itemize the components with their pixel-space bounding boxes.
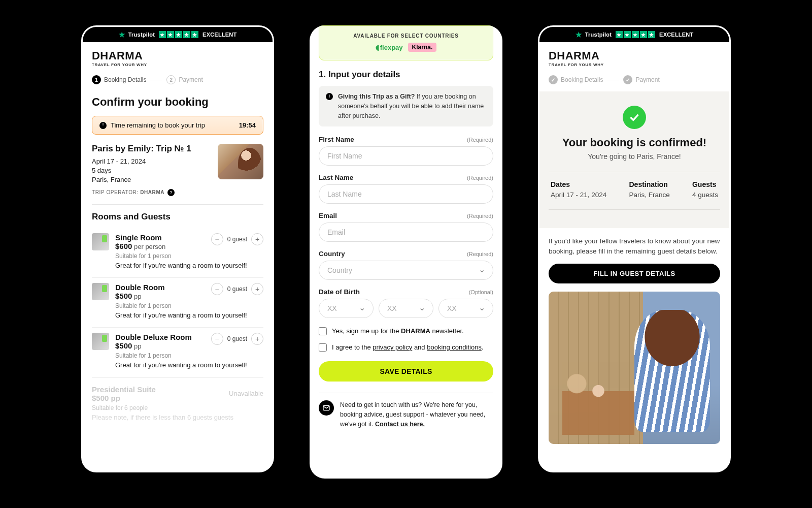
- step-dot-done-icon: ✓: [623, 75, 632, 84]
- trustpilot-stars: ★★★★★: [616, 31, 655, 38]
- input-details-screen: AVAILABLE FOR SELECT COUNTRIES flexpay K…: [310, 25, 502, 479]
- booking-timer-notice: Time remaining to book your trip 19:54: [92, 116, 263, 135]
- first-name-input[interactable]: [319, 146, 493, 166]
- room-option: Single Room $600 per person − 0 guest + …: [92, 228, 263, 278]
- trustpilot-star-icon: ★: [576, 30, 582, 39]
- trip-summary: Paris by Emily: Trip № 1 April 17 - 21, …: [92, 144, 263, 185]
- step-booking-details: 1 Booking Details: [92, 75, 146, 84]
- room-suitable: Suitable for 6 people: [92, 404, 263, 411]
- checkout-stepper: 1 Booking Details 2 Payment: [83, 70, 273, 91]
- privacy-policy-link[interactable]: privacy policy: [373, 343, 412, 351]
- terms-checkbox-row: I agree to the privacy policy and bookin…: [310, 342, 502, 359]
- trip-location: Paris, France: [92, 175, 191, 184]
- rooms-section-title: Rooms and Guests: [92, 212, 263, 222]
- step-payment: ✓ Payment: [623, 75, 659, 84]
- room-option: Double Deluxe Room $500 pp − 0 guest + S…: [92, 328, 263, 377]
- form-section-title: 1. Input your details: [310, 70, 502, 86]
- country-label: Country: [319, 250, 345, 258]
- trip-name: Paris by Emily: Trip № 1: [92, 144, 191, 154]
- trustpilot-rating: EXCELLENT: [202, 31, 236, 38]
- brand-header: DHARMA TRAVEL FOR YOUR WHY: [539, 42, 729, 70]
- guest-stepper: − 0 guest +: [211, 283, 263, 295]
- info-icon: i: [326, 93, 333, 100]
- save-details-button[interactable]: SAVE DETAILS: [319, 361, 493, 382]
- booking-conditions-link[interactable]: booking conditions: [427, 343, 482, 351]
- step-connector: [607, 80, 619, 80]
- guest-count: 0 guest: [227, 285, 247, 293]
- room-suitable: Suitable for 1 person: [115, 252, 263, 260]
- required-tag: (Required): [467, 175, 493, 181]
- last-name-input[interactable]: [319, 184, 493, 204]
- contact-us-link[interactable]: Contact us here.: [375, 421, 425, 428]
- trip-thumbnail: [218, 144, 263, 179]
- checkout-stepper: ✓ Booking Details ✓ Payment: [539, 70, 729, 91]
- room-note: Please note, if there is less than 6 gue…: [92, 414, 263, 421]
- trustpilot-star-icon: ★: [119, 30, 125, 39]
- room-name: Double Deluxe Room: [115, 333, 192, 341]
- brand-header: DHARMA TRAVEL FOR YOUR WHY: [83, 42, 273, 70]
- required-tag: (Required): [467, 251, 493, 257]
- trustpilot-stars: ★★★★★: [159, 31, 198, 38]
- confirmation-screen: ★ Trustpilot ★★★★★ EXCELLENT DHARMA TRAV…: [538, 25, 731, 472]
- newsletter-checkbox[interactable]: [319, 327, 327, 335]
- room-option-unavailable: Presidential Suite $500 pp Unavailable S…: [92, 377, 263, 429]
- dob-day-select[interactable]: XX: [319, 299, 374, 318]
- guest-minus-button[interactable]: −: [211, 283, 223, 295]
- step-booking-details: ✓ Booking Details: [549, 75, 603, 84]
- trustpilot-label: Trustpilot: [128, 31, 155, 38]
- room-name: Presidential Suite: [92, 385, 156, 394]
- field-last-name: Last Name (Required): [310, 174, 502, 212]
- destination-value: Paris, France: [629, 190, 670, 200]
- operator-info-icon[interactable]: ?: [167, 189, 175, 196]
- dates-heading: Dates: [551, 180, 606, 188]
- trustpilot-bar: ★ Trustpilot ★★★★★ EXCELLENT: [83, 27, 273, 42]
- optional-tag: (Optional): [469, 289, 493, 295]
- klarna-logo: Klarna.: [408, 43, 437, 52]
- brand-logo: DHARMA: [92, 49, 263, 62]
- success-check-icon: [623, 106, 646, 129]
- guest-minus-button[interactable]: −: [211, 333, 223, 345]
- step-dot-1: 1: [92, 75, 101, 84]
- guest-count: 0 guest: [227, 236, 247, 243]
- dob-month-select[interactable]: XX: [379, 299, 433, 318]
- room-suitable: Suitable for 1 person: [115, 302, 263, 309]
- newsletter-checkbox-row: Yes, sign me up for the DHARMA newslette…: [310, 326, 502, 342]
- email-input[interactable]: [319, 223, 493, 242]
- trip-operator: TRIP OPERATOR: DHARMA ?: [92, 189, 263, 196]
- unavailable-tag: Unavailable: [229, 390, 263, 397]
- room-option: Double Room $500 pp − 0 guest + Suitable…: [92, 278, 263, 328]
- country-select[interactable]: Country: [319, 261, 493, 280]
- dob-year-select[interactable]: XX: [438, 299, 493, 318]
- guest-plus-button[interactable]: +: [251, 283, 263, 295]
- room-desc: Great for if you're wanting a room to yo…: [115, 311, 263, 319]
- confirmation-title: Your booking is confirmed!: [549, 136, 720, 149]
- terms-checkbox[interactable]: [319, 343, 327, 352]
- guest-minus-button[interactable]: −: [211, 233, 223, 245]
- fill-guest-details-button[interactable]: FILL IN GUEST DETAILS: [549, 264, 720, 283]
- guest-stepper: − 0 guest +: [211, 233, 263, 245]
- field-dob: Date of Birth (Optional) XX XX XX: [310, 288, 502, 326]
- booking-details-screen: ★ Trustpilot ★★★★★ EXCELLENT DHARMA TRAV…: [81, 25, 274, 472]
- field-country: Country (Required) Country: [310, 250, 502, 288]
- brand-tagline: TRAVEL FOR YOUR WHY: [549, 62, 720, 67]
- flexpay-logo: flexpay: [376, 43, 403, 51]
- brand-tagline: TRAVEL FOR YOUR WHY: [92, 62, 263, 67]
- room-price: $500 pp: [92, 394, 156, 402]
- page-title: Confirm your booking: [92, 96, 263, 109]
- last-name-label: Last Name: [319, 174, 353, 181]
- brand-logo: DHARMA: [549, 49, 720, 62]
- mail-icon: [319, 400, 334, 416]
- room-thumbnail: [92, 283, 109, 300]
- step-payment: 2 Payment: [166, 75, 202, 84]
- guest-plus-button[interactable]: +: [251, 233, 263, 245]
- room-thumbnail: [92, 233, 109, 250]
- guest-plus-button[interactable]: +: [251, 333, 263, 345]
- guest-stepper: − 0 guest +: [211, 333, 263, 345]
- trustpilot-label: Trustpilot: [585, 31, 612, 38]
- dob-label: Date of Birth: [319, 288, 360, 296]
- required-tag: (Required): [467, 213, 493, 219]
- share-prompt: If you'd like your fellow travelers to k…: [539, 228, 729, 264]
- payment-methods-banner: AVAILABLE FOR SELECT COUNTRIES flexpay K…: [319, 25, 493, 60]
- room-suitable: Suitable for 1 person: [115, 352, 263, 359]
- clock-icon: [99, 122, 107, 129]
